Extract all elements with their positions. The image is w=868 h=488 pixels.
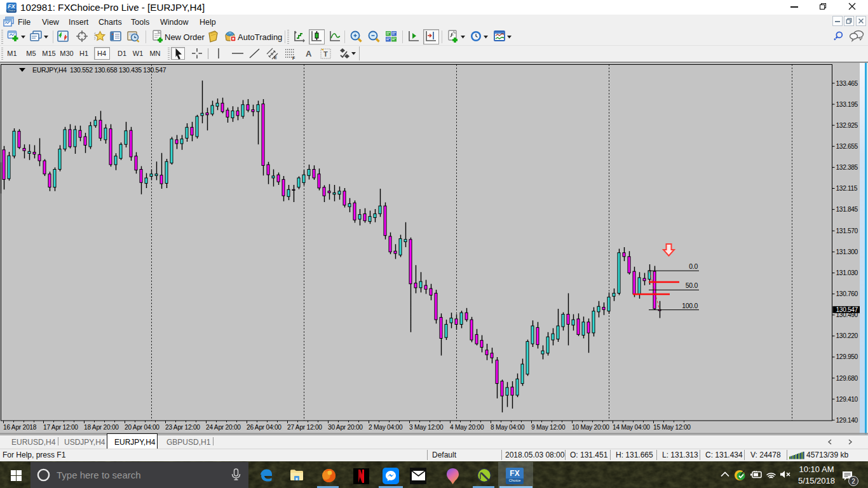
svg-text:20 Apr 04:00: 20 Apr 04:00: [125, 424, 159, 431]
svg-text:F: F: [292, 56, 295, 60]
svg-text:T: T: [323, 50, 328, 58]
svg-text:130.547: 130.547: [836, 306, 858, 313]
svg-text:133.465: 133.465: [836, 80, 858, 87]
svg-text:130.220: 130.220: [836, 332, 858, 339]
svg-text:132.655: 132.655: [836, 143, 858, 150]
svg-text:EURJPY,H4 130.552 130.658 130: EURJPY,H4 130.552 130.658 130.435 130.54…: [32, 66, 166, 74]
svg-text:4 May 20:00: 4 May 20:00: [450, 424, 484, 431]
svg-text:131.570: 131.570: [836, 227, 858, 234]
svg-text:30 Apr 20:00: 30 Apr 20:00: [328, 424, 363, 431]
svg-text:24 Apr 20:00: 24 Apr 20:00: [206, 424, 241, 431]
svg-text:50.0: 50.0: [686, 281, 698, 289]
svg-text:E: E: [274, 55, 277, 60]
svg-text:23 Apr 12:00: 23 Apr 12:00: [165, 424, 200, 431]
svg-text:132.925: 132.925: [836, 122, 858, 129]
svg-text:3 May 12:00: 3 May 12:00: [409, 424, 444, 431]
svg-text:15 May 12:00: 15 May 12:00: [653, 424, 691, 431]
svg-text:17 Apr 12:00: 17 Apr 12:00: [43, 424, 78, 431]
svg-text:9 May 12:00: 9 May 12:00: [531, 424, 566, 431]
svg-text:129.140: 129.140: [836, 417, 858, 424]
svg-text:132.115: 132.115: [836, 185, 858, 192]
svg-text:131.845: 131.845: [836, 206, 858, 213]
svg-text:10 May 20:00: 10 May 20:00: [572, 424, 609, 431]
svg-text:131.300: 131.300: [836, 248, 858, 255]
svg-text:133.195: 133.195: [836, 101, 858, 108]
svg-text:27 Apr 12:00: 27 Apr 12:00: [287, 424, 322, 431]
svg-text:18 Apr 20:00: 18 Apr 20:00: [84, 424, 119, 431]
svg-text:16 Apr 2018: 16 Apr 2018: [3, 424, 37, 431]
svg-text:129.410: 129.410: [836, 396, 858, 403]
svg-text:129.950: 129.950: [836, 353, 858, 360]
svg-text:26 Apr 04:00: 26 Apr 04:00: [247, 424, 281, 431]
svg-text:2 May 04:00: 2 May 04:00: [369, 424, 403, 431]
svg-text:131.030: 131.030: [836, 269, 858, 276]
svg-text:14 May 04:00: 14 May 04:00: [613, 424, 650, 431]
svg-text:8 May 04:00: 8 May 04:00: [491, 424, 525, 431]
svg-text:100.0: 100.0: [682, 302, 698, 309]
svg-text:129.680: 129.680: [836, 375, 858, 382]
svg-text:132.385: 132.385: [836, 164, 858, 171]
svg-text:130.760: 130.760: [836, 290, 858, 297]
svg-text:0.0: 0.0: [689, 262, 698, 270]
